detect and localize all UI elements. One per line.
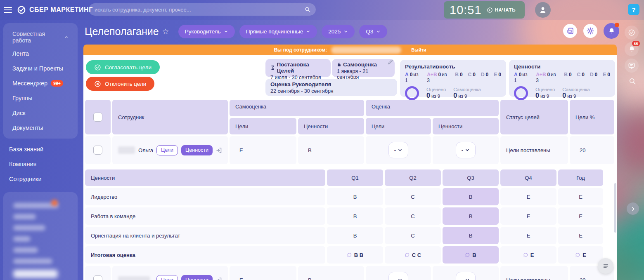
timer-start-button[interactable]: НАЧАТЬ xyxy=(487,7,516,13)
notifications-button[interactable] xyxy=(604,23,619,39)
values-tag-button[interactable]: Ценности xyxy=(181,145,213,155)
chevron-down-icon xyxy=(343,29,348,34)
chevron-down-icon xyxy=(465,278,470,280)
eval-goals-dropdown[interactable]: - xyxy=(388,142,408,158)
sidebar-item-employees[interactable]: Сотрудники xyxy=(0,172,81,186)
progress-ring xyxy=(405,86,419,100)
period-self-assessment: Самооценка 1 января - 21 сентября xyxy=(332,59,395,77)
grade-cell: E xyxy=(500,207,556,225)
redacted-employee-name xyxy=(331,47,401,54)
final-grade-cell: C C xyxy=(385,246,441,264)
brand[interactable]: СБЕР МАРКЕТИНГ xyxy=(17,5,93,14)
user-avatar[interactable] xyxy=(535,2,551,18)
comment-icon xyxy=(405,252,410,258)
sidebar-item-groups[interactable]: Группы xyxy=(3,91,78,106)
sidebar-redacted-section xyxy=(3,192,78,280)
goals-tag-button[interactable]: Цели xyxy=(156,145,178,155)
final-grade-cell: E xyxy=(558,246,603,264)
grade-cell: E xyxy=(500,227,556,244)
period-manager-assessment: Оценка Руководителя 22 сентября - 30 сен… xyxy=(265,79,397,96)
grade-cell-current: B xyxy=(443,188,499,205)
self-goals-grade: E xyxy=(230,266,296,280)
impersonate-icon[interactable] xyxy=(216,147,222,153)
chevron-down-icon xyxy=(224,29,228,34)
favorite-star-icon[interactable]: ☆ xyxy=(162,27,169,36)
hamburger-menu-icon[interactable] xyxy=(4,7,12,13)
col-header-percent: Цели % xyxy=(570,100,614,134)
grade-cell: E xyxy=(558,188,603,205)
main-panel: Согласовать цели Отклонить цели Постанов… xyxy=(83,55,617,280)
comment-icon xyxy=(575,252,580,258)
sidebar-group-collab: Совместная работа Лента Задачи и Проекты… xyxy=(3,23,78,139)
impersonation-banner: Вы под сотрудником: Выйти xyxy=(83,45,617,55)
global-search[interactable] xyxy=(89,3,316,16)
rail-sber-app-icon[interactable] xyxy=(625,26,639,40)
impersonate-icon[interactable] xyxy=(216,277,222,280)
sidebar: Совместная работа Лента Задачи и Проекты… xyxy=(0,20,81,280)
goals-tag-button[interactable]: Цели xyxy=(156,275,178,280)
select-all-checkbox[interactable] xyxy=(93,113,102,122)
filter-year-dropdown[interactable]: 2025 xyxy=(322,25,355,38)
help-button[interactable]: ? xyxy=(628,4,639,15)
col-header-q4: Q4 xyxy=(500,169,556,186)
carousel-next-button[interactable] xyxy=(627,202,639,215)
redacted-item[interactable] xyxy=(13,259,52,264)
filter-subordinates-dropdown[interactable]: Прямые подчиненные xyxy=(239,25,317,38)
chevron-right-icon xyxy=(630,206,636,212)
row-checkbox[interactable] xyxy=(93,146,102,155)
search-icon[interactable] xyxy=(304,6,311,13)
eval-values-dropdown[interactable]: - xyxy=(456,142,476,158)
sidebar-item-disk[interactable]: Диск xyxy=(3,106,78,120)
sidebar-section-collab[interactable]: Совместная работа xyxy=(3,28,78,46)
eval-values-dropdown[interactable]: - xyxy=(456,272,476,280)
settings-button[interactable] xyxy=(583,24,597,38)
page-header: Целеполагание ☆ Руководитель Прямые подч… xyxy=(85,25,564,38)
values-tag-button[interactable]: Ценности xyxy=(181,275,213,280)
rail-chat-icon[interactable] xyxy=(625,59,639,73)
export-file-icon xyxy=(566,27,574,35)
value-row-label: Лидерство xyxy=(85,188,325,205)
chevron-down-icon xyxy=(465,148,470,153)
col-subheader-goals: Цели xyxy=(366,118,431,134)
person-icon xyxy=(539,6,547,14)
redacted-badge xyxy=(51,200,58,206)
redacted-item[interactable] xyxy=(13,247,38,253)
redacted-item[interactable] xyxy=(13,236,31,242)
page-title: Целеполагание xyxy=(85,26,159,38)
employee-first-name: Ольга xyxy=(138,147,153,153)
final-grade-label: Итоговая оценка xyxy=(85,246,325,264)
rail-search-icon[interactable] xyxy=(625,74,639,88)
redacted-item-active[interactable] xyxy=(13,270,58,278)
sidebar-item-documents[interactable]: Документы xyxy=(3,120,78,135)
decline-goals-button[interactable]: Отклонить цели xyxy=(86,77,154,91)
value-row-label: Ориентация на клиента и результат xyxy=(85,227,325,244)
grade-cell-current: B xyxy=(443,227,499,244)
redacted-surname xyxy=(118,146,135,154)
sidebar-item-company[interactable]: Компания xyxy=(0,157,81,172)
redacted-item[interactable] xyxy=(13,225,45,231)
banner-exit-link[interactable]: Выйти xyxy=(411,47,426,52)
export-xls-button[interactable] xyxy=(563,24,577,38)
vertical-scrollbar[interactable] xyxy=(614,183,616,233)
period-goal-setting: Постановка Целей 7 июля - 30 сентября xyxy=(265,59,331,77)
chevron-down-icon xyxy=(306,29,310,34)
grade-cell: B xyxy=(327,207,383,225)
search-input[interactable] xyxy=(89,3,304,16)
filter-role-dropdown[interactable]: Руководитель xyxy=(178,25,235,38)
sidebar-item-knowledge-base[interactable]: База знаний xyxy=(0,142,81,157)
row-checkbox[interactable] xyxy=(93,275,102,280)
sidebar-item-messenger[interactable]: Мессенджер 99+ xyxy=(3,76,78,91)
quick-menu-button[interactable] xyxy=(598,258,613,274)
sidebar-item-tasks[interactable]: Задачи и Проекты xyxy=(3,61,78,76)
col-header-values: Ценности xyxy=(85,169,325,186)
chevron-down-icon xyxy=(376,29,381,34)
sber-logo-icon xyxy=(17,5,26,14)
gear-icon xyxy=(586,27,594,35)
approve-goals-button[interactable]: Согласовать цели xyxy=(86,60,160,74)
filter-quarter-dropdown[interactable]: Q3 xyxy=(359,25,387,38)
eval-goals-dropdown[interactable]: - xyxy=(388,272,408,280)
sidebar-item-lenta[interactable]: Лента xyxy=(3,46,78,61)
messenger-unread-badge: 99+ xyxy=(51,80,63,87)
work-timer: 10:51 НАЧАТЬ xyxy=(444,1,525,19)
redacted-item[interactable] xyxy=(13,214,36,219)
